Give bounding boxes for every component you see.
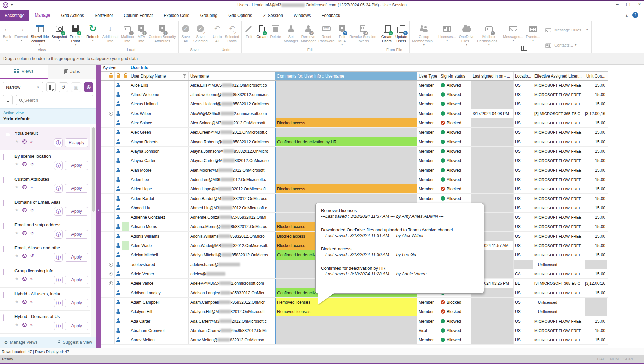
location-cell[interactable]: US [514,213,533,222]
user-display-name-cell[interactable]: Aden Wade [129,241,189,250]
unit-cost-cell[interactable]: 15.00 [585,184,607,193]
comment-cell[interactable] [275,194,417,203]
last-signed-in-cell[interactable] [471,90,514,99]
view-width-dropdown[interactable]: Narrow ▼ [3,82,43,92]
license-cell[interactable]: MICROSOFT FLOW FREE [533,326,585,335]
comment-cell[interactable] [275,335,417,344]
selection-cell[interactable] [107,213,115,222]
user-type-cell[interactable]: Member [417,109,439,118]
grouping-zone[interactable]: Drag a column header to this grouping zo… [0,53,644,65]
username-cell[interactable]: Adriana.Morris@85832012.OnMicros [189,222,275,231]
user-type-cell[interactable]: Viral [417,326,439,335]
username-cell[interactable]: Alayna.Johnson@85832012.OnMicro [189,147,275,156]
table-row[interactable]: Aiden LeeAiden.Lee@M36012.OnMicrosoft.cM… [101,175,608,184]
unit-cost-cell[interactable]: [3]12.00;16 [585,279,607,288]
ribbon-button-set-manager[interactable]: SetManager [282,22,299,47]
user-type-cell[interactable]: Member [417,81,439,90]
user-type-cell[interactable]: Member [417,175,439,184]
selection-cell[interactable] [107,128,115,137]
selection-cell[interactable] [107,279,115,288]
last-signed-in-cell[interactable] [471,165,514,175]
reapply-button[interactable]: Reapply [65,138,88,147]
username-cell[interactable]: Aden.Wade@M332012.OnMicrosoft. [189,241,275,250]
search-input[interactable] [24,98,90,103]
username-cell[interactable]: AdeleV@M365x2.onmicrosoft.com [189,279,275,288]
username-cell[interactable]: Alan.Moore@M2012.OnMicrosoft [189,165,275,175]
last-signed-in-cell[interactable] [471,81,514,90]
last-signed-in-cell[interactable] [471,335,514,344]
maximize-button[interactable]: ▢ [626,2,630,7]
license-cell[interactable]: MICROSOFT FLOW FREE [533,335,585,344]
ribbon-button-edit-mfa[interactable]: ✎EditMFA▾ [336,22,348,47]
user-display-name-cell[interactable]: Aiden Hope [129,184,189,193]
last-signed-in-cell[interactable] [471,307,514,316]
user-type-cell[interactable]: Member [417,90,439,99]
user-display-name-cell[interactable]: adelevshared [129,260,189,269]
location-cell[interactable]: US [514,128,533,137]
unit-cost-cell[interactable]: 15.00 [585,175,607,184]
license-cell[interactable]: -- Unlicensed -- [533,298,585,307]
table-row[interactable]: Aarav MeltonAarav.Melton@832012.OnMicros… [101,335,608,345]
user-type-cell[interactable]: Member [417,335,439,344]
username-cell[interactable]: Adrienne.Gonza65x85832012.OnMi [189,213,275,222]
tab-views[interactable]: Views [0,65,48,79]
selection-cell[interactable] [107,156,115,165]
selection-cell[interactable] [107,99,115,109]
apply-button[interactable]: Apply [65,184,88,193]
sign-in-status-cell[interactable]: Allowed [439,81,471,90]
user-display-name-cell[interactable]: Alayna Johnson [129,147,189,156]
user-display-name-cell[interactable]: Alan Moore [129,165,189,175]
user-display-name-cell[interactable]: Alex Wilber [129,109,189,118]
username-cell[interactable]: Aiden.Lee@M36012.OnMicrosoft.c [189,175,275,184]
selection-cell[interactable] [107,203,115,212]
unit-cost-cell[interactable] [585,260,607,269]
selection-cell[interactable] [107,90,115,99]
info-icon[interactable]: ⓘ [54,276,63,284]
apply-button[interactable]: Apply [65,322,88,330]
last-signed-in-cell[interactable]: 3/17/2024 04:08 PM [471,109,514,118]
user-display-name-cell[interactable]: Ada Carter [129,316,189,326]
info-icon[interactable]: ⓘ [54,253,63,262]
star-icon[interactable]: ★ [15,162,19,166]
info-icon[interactable]: ⓘ [54,230,63,239]
filter-funnel-icon[interactable] [183,74,187,78]
ribbon-button-create-users[interactable]: +CreateUsers [380,22,394,47]
username-cell[interactable]: Ada.Carter@M32012.OnMicrosoft.c [189,316,275,326]
info-icon[interactable]: ⓘ [54,161,63,170]
selection-cell[interactable] [107,307,115,316]
username-cell[interactable]: Aiden.Hope@M32012.OnMicrosoft [189,184,275,193]
ribbon-button-message-rules[interactable]: Message Rules...▾ [544,24,588,36]
sign-in-status-cell[interactable]: Allowed [439,128,471,137]
ribbon-button-save-all[interactable]: SaveAll [180,22,192,47]
license-cell[interactable]: MICROSOFT FLOW FREE [533,288,585,297]
ribbon-button-custom-security-attributes[interactable]: ↓Custom SecurityAttributes [147,22,177,47]
table-row[interactable]: Alayna RobertsAlayna.Roberts@85832012.On… [101,137,608,147]
user-display-name-cell[interactable]: Alex Green [129,128,189,137]
unit-cost-cell[interactable]: 15.00 [585,213,607,222]
star-icon[interactable]: ★ [15,139,19,144]
star-icon[interactable]: ★ [15,276,19,281]
comment-cell[interactable] [275,326,417,335]
selection-cell[interactable] [107,298,115,307]
selection-cell[interactable] [107,184,115,193]
comment-cell[interactable] [275,99,417,109]
location-cell[interactable]: US [514,316,533,326]
tab-sort-filter[interactable]: Sort/Filter [89,10,118,21]
comment-cell[interactable]: Confirmed for deactivation by HR [275,137,417,146]
username-cell[interactable]: Alayna.Carter@M832012.OnMicroso [189,156,275,165]
ribbon-button-mfa-info[interactable]: ↓MFAinfo [135,22,147,47]
license-cell[interactable]: MICROSOFT FLOW FREE [533,203,585,212]
selection-cell[interactable] [107,316,115,326]
tab-backstage[interactable]: Backstage [0,10,29,21]
ribbon-button-save-selected[interactable]: ✓SaveSelected [192,22,209,47]
ribbon-button-selected-rows[interactable]: ↶✓SelectedRows [224,22,241,47]
ribbon-button-undo-all[interactable]: ↶UndoAll [211,22,224,47]
last-signed-in-cell[interactable] [471,147,514,156]
location-cell[interactable]: US [514,326,533,335]
user-type-cell[interactable]: Member [417,184,439,193]
star-icon[interactable]: ★ [15,299,19,304]
location-cell[interactable]: US [514,147,533,156]
suggest-view-button[interactable]: Suggest a View [57,340,92,345]
username-cell[interactable]: Adonis.Williams85832012.OnMicro [189,232,275,241]
unit-cost-cell[interactable]: 15.00 [585,194,607,203]
